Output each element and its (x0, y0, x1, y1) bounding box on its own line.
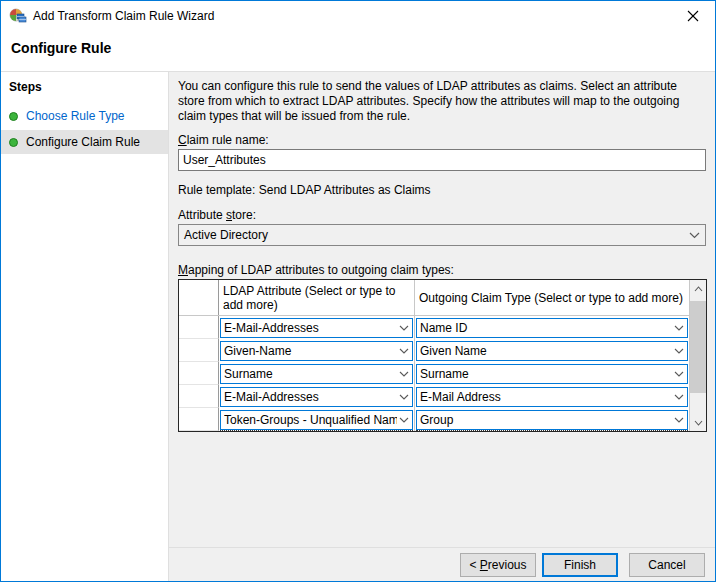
adfs-wizard-icon (9, 8, 27, 24)
chevron-down-icon (674, 417, 684, 423)
steps-sidebar: Steps Choose Rule Type Configure Claim R… (1, 72, 169, 581)
step-choose-rule-type[interactable]: Choose Rule Type (1, 104, 168, 128)
ldap-attribute-column-header[interactable]: LDAP Attribute (Select or type to add mo… (219, 280, 415, 315)
row-selector[interactable] (179, 431, 219, 432)
row-selector[interactable] (179, 339, 219, 362)
close-icon[interactable] (670, 1, 715, 30)
chevron-down-icon (399, 348, 409, 354)
claim-rule-name-input[interactable] (178, 149, 706, 171)
green-dot-icon (9, 112, 18, 121)
chevron-down-icon (399, 417, 409, 423)
chevron-down-icon (399, 371, 409, 377)
attribute-store-select[interactable]: Active Directory (178, 224, 706, 246)
outgoing-claim-combobox[interactable]: Surname (416, 364, 688, 384)
row-selector[interactable] (179, 408, 219, 431)
chevron-down-icon (689, 232, 700, 239)
green-dot-icon (9, 138, 18, 147)
table-row-empty (179, 431, 706, 432)
mapping-label: Mapping of LDAP attributes to outgoing c… (178, 263, 454, 277)
steps-heading: Steps (9, 80, 168, 94)
chevron-down-icon (674, 394, 684, 400)
ldap-attribute-combobox[interactable]: E-Mail-Addresses (220, 387, 413, 407)
step-label: Choose Rule Type (26, 109, 125, 123)
table-row: Given-Name Given Name (179, 339, 706, 362)
row-selector-header (179, 280, 219, 315)
ldap-attribute-combobox[interactable]: Surname (220, 364, 413, 384)
chevron-down-icon (674, 371, 684, 377)
footer-separator (169, 547, 715, 548)
mapping-table-header: LDAP Attribute (Select or type to add mo… (179, 280, 706, 316)
title-bar: Add Transform Claim Rule Wizard (1, 1, 715, 31)
outgoing-claim-column-header[interactable]: Outgoing Claim Type (Select or type to a… (415, 280, 689, 315)
ldap-attribute-combobox[interactable]: E-Mail-Addresses (220, 318, 413, 338)
rule-description: You can configure this rule to send the … (178, 79, 706, 124)
ldap-attribute-combobox[interactable]: Given-Name (220, 341, 413, 361)
content-pane: You can configure this rule to send the … (169, 72, 715, 581)
row-selector[interactable] (179, 362, 219, 385)
outgoing-claim-combobox[interactable]: Name ID (416, 318, 688, 338)
footer-buttons: < Previous Finish Cancel (460, 553, 705, 577)
wizard-window: Add Transform Claim Rule Wizard Configur… (0, 0, 716, 582)
step-label: Configure Claim Rule (26, 135, 140, 149)
mapping-table: LDAP Attribute (Select or type to add mo… (178, 279, 707, 432)
chevron-down-icon (399, 394, 409, 400)
rule-template-text: Rule template: Send LDAP Attributes as C… (178, 183, 431, 197)
chevron-down-icon (674, 325, 684, 331)
cancel-button[interactable]: Cancel (629, 553, 705, 577)
wizard-body: Steps Choose Rule Type Configure Claim R… (1, 71, 715, 581)
row-selector[interactable] (179, 316, 219, 339)
window-title: Add Transform Claim Rule Wizard (33, 9, 214, 23)
new-row-placeholder[interactable] (220, 430, 413, 432)
page-title: Configure Rule (11, 40, 111, 56)
claim-rule-name-label: Claim rule name: (178, 133, 269, 147)
table-row: Surname Surname (179, 362, 706, 385)
attribute-store-label: Attribute store: (178, 208, 256, 222)
ldap-attribute-combobox[interactable]: Token-Groups - Unqualified Names (220, 410, 413, 430)
row-selector[interactable] (179, 385, 219, 408)
chevron-down-icon (674, 348, 684, 354)
chevron-down-icon[interactable] (690, 414, 706, 431)
table-row: E-Mail-Addresses Name ID (179, 316, 706, 339)
new-row-placeholder[interactable] (416, 430, 688, 432)
table-scrollbar[interactable] (689, 280, 706, 431)
chevron-down-icon (399, 325, 409, 331)
chevron-up-icon[interactable] (690, 280, 706, 297)
attribute-store-value: Active Directory (184, 228, 687, 242)
previous-button[interactable]: < Previous (460, 553, 536, 577)
step-configure-claim-rule[interactable]: Configure Claim Rule (1, 130, 168, 154)
outgoing-claim-combobox[interactable]: E-Mail Address (416, 387, 688, 407)
outgoing-claim-combobox[interactable]: Group (416, 410, 688, 430)
table-row: E-Mail-Addresses E-Mail Address (179, 385, 706, 408)
finish-button[interactable]: Finish (542, 553, 618, 577)
outgoing-claim-combobox[interactable]: Given Name (416, 341, 688, 361)
table-row: Token-Groups - Unqualified Names Group (179, 408, 706, 431)
scrollbar-thumb[interactable] (690, 301, 706, 393)
header-band: Configure Rule (1, 31, 715, 71)
